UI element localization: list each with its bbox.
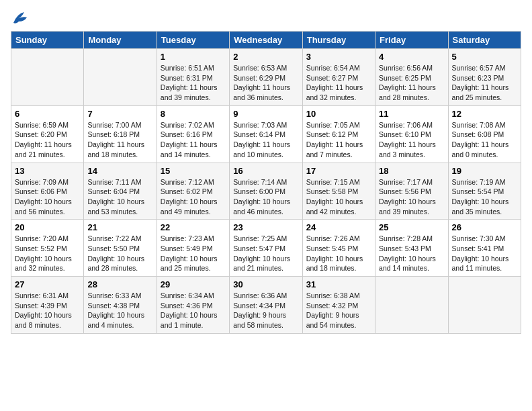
day-info: Sunrise: 7:09 AM Sunset: 6:06 PM Dayligh…	[15, 177, 80, 217]
day-info: Sunrise: 7:25 AM Sunset: 5:47 PM Dayligh…	[233, 234, 298, 273]
day-info: Sunrise: 6:34 AM Sunset: 4:36 PM Dayligh…	[161, 291, 226, 330]
weekday-header: Wednesday	[230, 32, 302, 49]
calendar-cell	[448, 277, 521, 334]
calendar-cell: 2Sunrise: 6:53 AM Sunset: 6:29 PM Daylig…	[230, 49, 302, 106]
day-number: 9	[233, 109, 298, 119]
calendar-cell: 3Sunrise: 6:54 AM Sunset: 6:27 PM Daylig…	[302, 49, 375, 106]
calendar-cell: 10Sunrise: 7:05 AM Sunset: 6:12 PM Dayli…	[302, 105, 375, 163]
calendar-week-row: 20Sunrise: 7:20 AM Sunset: 5:52 PM Dayli…	[11, 220, 521, 277]
calendar-cell: 22Sunrise: 7:23 AM Sunset: 5:49 PM Dayli…	[157, 220, 229, 277]
day-number: 16	[233, 166, 298, 176]
day-number: 20	[15, 222, 80, 232]
day-number: 5	[452, 52, 517, 62]
day-info: Sunrise: 7:03 AM Sunset: 6:14 PM Dayligh…	[233, 120, 298, 160]
calendar-cell: 9Sunrise: 7:03 AM Sunset: 6:14 PM Daylig…	[230, 105, 302, 163]
calendar-cell: 11Sunrise: 7:06 AM Sunset: 6:10 PM Dayli…	[375, 105, 448, 163]
day-info: Sunrise: 6:59 AM Sunset: 6:20 PM Dayligh…	[15, 120, 80, 160]
calendar-cell: 30Sunrise: 6:36 AM Sunset: 4:34 PM Dayli…	[230, 277, 302, 334]
day-number: 21	[87, 222, 152, 232]
day-info: Sunrise: 6:33 AM Sunset: 4:38 PM Dayligh…	[87, 291, 152, 330]
day-info: Sunrise: 7:00 AM Sunset: 6:18 PM Dayligh…	[87, 120, 152, 160]
day-info: Sunrise: 7:20 AM Sunset: 5:52 PM Dayligh…	[15, 234, 80, 273]
calendar-week-row: 27Sunrise: 6:31 AM Sunset: 4:39 PM Dayli…	[11, 277, 521, 334]
day-info: Sunrise: 7:02 AM Sunset: 6:16 PM Dayligh…	[161, 120, 226, 160]
day-number: 10	[306, 109, 371, 119]
calendar-week-row: 13Sunrise: 7:09 AM Sunset: 6:06 PM Dayli…	[11, 163, 521, 220]
day-number: 8	[161, 109, 226, 119]
day-number: 30	[233, 279, 298, 289]
day-number: 4	[379, 52, 444, 62]
calendar-cell: 6Sunrise: 6:59 AM Sunset: 6:20 PM Daylig…	[11, 105, 84, 163]
day-info: Sunrise: 7:12 AM Sunset: 6:02 PM Dayligh…	[161, 177, 226, 217]
day-info: Sunrise: 6:38 AM Sunset: 4:32 PM Dayligh…	[306, 291, 371, 330]
day-number: 15	[161, 166, 226, 176]
day-number: 24	[306, 222, 371, 232]
weekday-header: Monday	[84, 32, 157, 49]
calendar-table: SundayMondayTuesdayWednesdayThursdayFrid…	[11, 31, 521, 334]
calendar-cell: 17Sunrise: 7:15 AM Sunset: 5:58 PM Dayli…	[302, 163, 375, 220]
calendar-cell: 13Sunrise: 7:09 AM Sunset: 6:06 PM Dayli…	[11, 163, 84, 220]
calendar-cell: 7Sunrise: 7:00 AM Sunset: 6:18 PM Daylig…	[84, 105, 157, 163]
day-info: Sunrise: 6:53 AM Sunset: 6:29 PM Dayligh…	[233, 63, 298, 103]
calendar-week-row: 6Sunrise: 6:59 AM Sunset: 6:20 PM Daylig…	[11, 105, 521, 163]
calendar-cell: 4Sunrise: 6:56 AM Sunset: 6:25 PM Daylig…	[375, 49, 448, 106]
weekday-header: Saturday	[448, 32, 521, 49]
calendar-cell: 16Sunrise: 7:14 AM Sunset: 6:00 PM Dayli…	[230, 163, 302, 220]
calendar-cell: 5Sunrise: 6:57 AM Sunset: 6:23 PM Daylig…	[448, 49, 521, 106]
day-info: Sunrise: 6:31 AM Sunset: 4:39 PM Dayligh…	[15, 291, 80, 330]
day-number: 3	[306, 52, 371, 62]
day-info: Sunrise: 7:14 AM Sunset: 6:00 PM Dayligh…	[233, 177, 298, 217]
day-info: Sunrise: 7:28 AM Sunset: 5:43 PM Dayligh…	[379, 234, 444, 273]
day-info: Sunrise: 7:06 AM Sunset: 6:10 PM Dayligh…	[379, 120, 444, 160]
calendar-cell: 28Sunrise: 6:33 AM Sunset: 4:38 PM Dayli…	[84, 277, 157, 334]
weekday-header: Sunday	[11, 32, 84, 49]
logo	[11, 11, 32, 26]
weekday-header: Thursday	[302, 32, 375, 49]
day-number: 7	[87, 109, 152, 119]
day-number: 12	[452, 109, 517, 119]
day-info: Sunrise: 6:54 AM Sunset: 6:27 PM Dayligh…	[306, 63, 371, 103]
weekday-header: Friday	[375, 32, 448, 49]
day-info: Sunrise: 7:11 AM Sunset: 6:04 PM Dayligh…	[87, 177, 152, 217]
calendar-cell: 20Sunrise: 7:20 AM Sunset: 5:52 PM Dayli…	[11, 220, 84, 277]
day-number: 23	[233, 222, 298, 232]
day-info: Sunrise: 7:22 AM Sunset: 5:50 PM Dayligh…	[87, 234, 152, 273]
day-info: Sunrise: 7:23 AM Sunset: 5:49 PM Dayligh…	[161, 234, 226, 273]
day-number: 13	[15, 166, 80, 176]
day-number: 2	[233, 52, 298, 62]
day-number: 27	[15, 279, 80, 289]
calendar-cell: 31Sunrise: 6:38 AM Sunset: 4:32 PM Dayli…	[302, 277, 375, 334]
day-number: 11	[379, 109, 444, 119]
day-number: 6	[15, 109, 80, 119]
calendar-cell	[84, 49, 157, 106]
day-info: Sunrise: 7:30 AM Sunset: 5:41 PM Dayligh…	[452, 234, 517, 273]
calendar-cell	[11, 49, 84, 106]
calendar-cell	[375, 277, 448, 334]
weekday-header: Tuesday	[157, 32, 229, 49]
calendar-cell: 1Sunrise: 6:51 AM Sunset: 6:31 PM Daylig…	[157, 49, 229, 106]
day-number: 19	[452, 166, 517, 176]
day-number: 28	[87, 279, 152, 289]
day-number: 22	[161, 222, 226, 232]
day-info: Sunrise: 7:15 AM Sunset: 5:58 PM Dayligh…	[306, 177, 371, 217]
day-number: 14	[87, 166, 152, 176]
day-number: 26	[452, 222, 517, 232]
calendar-cell: 18Sunrise: 7:17 AM Sunset: 5:56 PM Dayli…	[375, 163, 448, 220]
calendar-cell: 24Sunrise: 7:26 AM Sunset: 5:45 PM Dayli…	[302, 220, 375, 277]
day-number: 17	[306, 166, 371, 176]
day-info: Sunrise: 7:08 AM Sunset: 6:08 PM Dayligh…	[452, 120, 517, 160]
calendar-cell: 25Sunrise: 7:28 AM Sunset: 5:43 PM Dayli…	[375, 220, 448, 277]
day-info: Sunrise: 6:36 AM Sunset: 4:34 PM Dayligh…	[233, 291, 298, 330]
day-number: 18	[379, 166, 444, 176]
calendar-cell: 27Sunrise: 6:31 AM Sunset: 4:39 PM Dayli…	[11, 277, 84, 334]
logo-icon	[11, 11, 30, 26]
calendar-cell: 8Sunrise: 7:02 AM Sunset: 6:16 PM Daylig…	[157, 105, 229, 163]
calendar-cell: 29Sunrise: 6:34 AM Sunset: 4:36 PM Dayli…	[157, 277, 229, 334]
day-info: Sunrise: 7:26 AM Sunset: 5:45 PM Dayligh…	[306, 234, 371, 273]
day-number: 1	[161, 52, 226, 62]
calendar-cell: 21Sunrise: 7:22 AM Sunset: 5:50 PM Dayli…	[84, 220, 157, 277]
day-info: Sunrise: 6:56 AM Sunset: 6:25 PM Dayligh…	[379, 63, 444, 103]
calendar-cell: 26Sunrise: 7:30 AM Sunset: 5:41 PM Dayli…	[448, 220, 521, 277]
calendar-cell: 14Sunrise: 7:11 AM Sunset: 6:04 PM Dayli…	[84, 163, 157, 220]
calendar-week-row: 1Sunrise: 6:51 AM Sunset: 6:31 PM Daylig…	[11, 49, 521, 106]
